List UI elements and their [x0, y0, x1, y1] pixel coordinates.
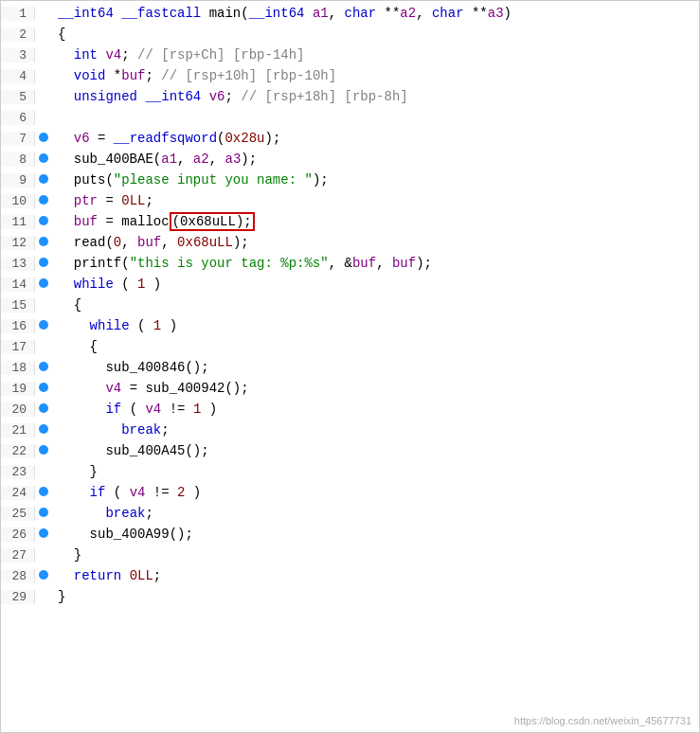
line-row: 10 ptr = 0LL; [1, 190, 699, 211]
code-line: sub_400A99(); [52, 527, 699, 542]
code-line: if ( v4 != 2 ) [52, 485, 699, 500]
line-number: 29 [1, 590, 35, 604]
breakpoint-cell [35, 130, 52, 147]
line-number: 19 [1, 382, 35, 396]
line-row: 22 sub_400A45(); [1, 440, 699, 461]
code-line: __int64 __fastcall main(__int64 a1, char… [52, 6, 699, 21]
breakpoint-dot [39, 216, 48, 225]
code-area: 1__int64 __fastcall main(__int64 a1, cha… [1, 1, 699, 609]
line-row: 1__int64 __fastcall main(__int64 a1, cha… [1, 3, 699, 24]
line-number: 21 [1, 423, 35, 438]
line-number: 7 [1, 132, 35, 146]
line-number: 5 [1, 90, 35, 104]
line-row: 15 { [1, 295, 699, 315]
line-row: 26 sub_400A99(); [1, 524, 699, 545]
line-number: 28 [1, 569, 35, 583]
breakpoint-dot [39, 570, 48, 580]
breakpoint-dot [39, 528, 48, 538]
line-number: 26 [1, 527, 35, 542]
breakpoint-dot [39, 362, 48, 371]
breakpoint-cell [35, 151, 52, 168]
line-row: 18 sub_400846(); [1, 357, 699, 378]
line-row: 11 buf = malloc(0x68uLL); [1, 211, 699, 232]
breakpoint-dot [39, 320, 48, 330]
breakpoint-cell [35, 567, 52, 584]
code-line: { [52, 297, 699, 313]
line-row: 19 v4 = sub_400942(); [1, 378, 699, 399]
line-row: 24 if ( v4 != 2 ) [1, 482, 699, 503]
line-row: 29} [1, 586, 699, 607]
breakpoint-dot [39, 445, 48, 455]
line-row: 6 [1, 107, 699, 128]
line-row: 9 puts("please input you name: "); [1, 170, 699, 190]
breakpoint-dot [39, 487, 48, 496]
code-line: while ( 1 ) [52, 277, 699, 292]
code-line: } [52, 464, 699, 479]
code-window: 1__int64 __fastcall main(__int64 a1, cha… [0, 0, 700, 733]
code-line: sub_400846(); [52, 360, 699, 375]
line-number: 17 [1, 340, 35, 354]
breakpoint-cell [35, 213, 52, 230]
line-row: 8 sub_400BAE(a1, a2, a3); [1, 149, 699, 170]
line-number: 18 [1, 361, 35, 375]
line-number: 12 [1, 236, 35, 250]
line-number: 20 [1, 402, 35, 417]
breakpoint-dot [39, 153, 48, 163]
code-line: sub_400BAE(a1, a2, a3); [52, 152, 699, 167]
breakpoint-dot [39, 237, 48, 246]
line-row: 3 int v4; // [rsp+Ch] [rbp-14h] [1, 45, 699, 65]
line-row: 5 unsigned __int64 v6; // [rsp+18h] [rbp… [1, 86, 699, 107]
breakpoint-cell [35, 317, 52, 334]
code-line: unsigned __int64 v6; // [rsp+18h] [rbp-8… [52, 89, 699, 104]
line-number: 25 [1, 507, 35, 521]
line-number: 16 [1, 319, 35, 333]
line-number: 10 [1, 194, 35, 208]
line-number: 9 [1, 173, 35, 188]
code-line: { [52, 339, 699, 354]
code-line: void *buf; // [rsp+10h] [rbp-10h] [52, 68, 699, 83]
line-number: 1 [1, 7, 35, 21]
watermark: https://blog.csdn.net/weixin_45677731 [514, 715, 691, 726]
breakpoint-dot [39, 424, 48, 434]
highlighted-code: (0x68uLL); [170, 212, 255, 231]
line-row: 13 printf("this is your tag: %p:%s", &bu… [1, 253, 699, 274]
breakpoint-cell [35, 255, 52, 272]
line-number: 2 [1, 27, 35, 42]
code-line: { [52, 27, 699, 42]
line-row: 27 } [1, 545, 699, 565]
code-line: } [52, 589, 699, 604]
breakpoint-dot [39, 403, 48, 413]
line-row: 4 void *buf; // [rsp+10h] [rbp-10h] [1, 65, 699, 86]
breakpoint-dot [39, 508, 48, 517]
line-number: 6 [1, 111, 35, 125]
code-line: puts("please input you name: "); [52, 172, 699, 188]
code-line: ptr = 0LL; [52, 193, 699, 208]
breakpoint-cell [35, 234, 52, 251]
line-number: 11 [1, 215, 35, 229]
breakpoint-dot [39, 383, 48, 392]
line-row: 7 v6 = __readfsqword(0x28u); [1, 128, 699, 149]
line-number: 13 [1, 257, 35, 271]
line-row: 16 while ( 1 ) [1, 315, 699, 336]
breakpoint-dot [39, 195, 48, 205]
breakpoint-cell [35, 421, 52, 438]
code-line: v6 = __readfsqword(0x28u); [52, 131, 699, 146]
line-row: 2{ [1, 24, 699, 45]
code-line: break; [52, 422, 699, 438]
line-row: 28 return 0LL; [1, 565, 699, 586]
code-line: sub_400A45(); [52, 443, 699, 458]
breakpoint-cell [35, 192, 52, 209]
breakpoint-dot [39, 174, 48, 184]
breakpoint-dot [39, 278, 48, 288]
line-row: 21 break; [1, 420, 699, 440]
line-row: 20 if ( v4 != 1 ) [1, 399, 699, 420]
line-number: 3 [1, 48, 35, 63]
breakpoint-cell [35, 401, 52, 418]
line-number: 14 [1, 277, 35, 292]
code-line: printf("this is your tag: %p:%s", &buf, … [52, 256, 699, 271]
code-line: } [52, 547, 699, 563]
breakpoint-cell [35, 442, 52, 459]
line-number: 22 [1, 444, 35, 458]
line-number: 23 [1, 465, 35, 479]
code-line: read(0, buf, 0x68uLL); [52, 235, 699, 250]
